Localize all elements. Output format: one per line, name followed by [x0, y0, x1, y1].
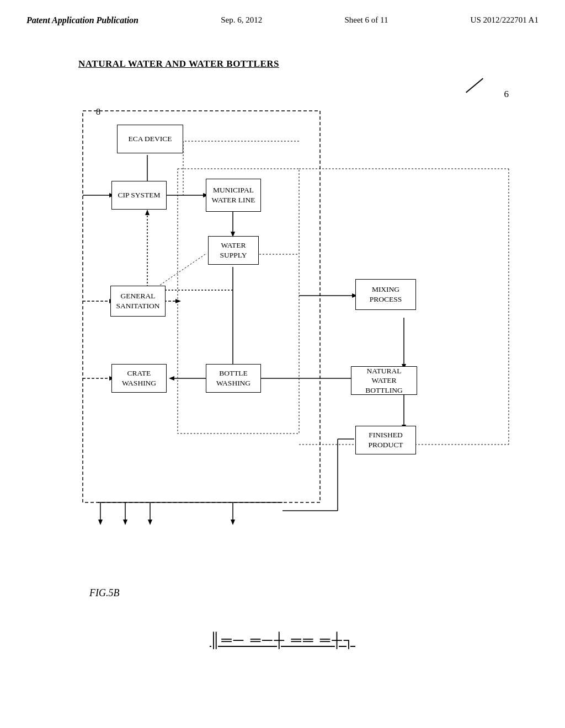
- fig-arrow: [466, 78, 483, 93]
- crate-washing-box: CRATE WASHING: [111, 364, 167, 393]
- municipal-water-box: MUNICIPAL WATER LINE: [206, 179, 261, 212]
- mixing-process-box: MIXING PROCESS: [355, 279, 416, 310]
- svg-marker-46: [175, 299, 181, 303]
- svg-marker-33: [231, 520, 235, 525]
- finished-product-box: FINISHED PRODUCT: [355, 426, 416, 454]
- cip-system-box: CIP SYSTEM: [111, 181, 167, 210]
- natural-bottling-box: NATURAL WATER BOTTLING: [351, 366, 417, 395]
- publication-label: Patent Application Publication: [26, 15, 138, 25]
- svg-marker-31: [148, 520, 152, 525]
- eca-device-box: ECA DEVICE: [117, 125, 183, 153]
- diagram-area: NATURAL WATER AND WATER BOTTLERS 6 8: [45, 58, 520, 665]
- date-label: Sep. 6, 2012: [221, 15, 262, 25]
- svg-marker-24: [145, 210, 150, 215]
- general-sanitation-box: GENERAL SANITATION: [110, 286, 166, 317]
- bottom-logo: ║═─ ═─┼ ══ ═┼┐: [210, 632, 355, 649]
- label-8: 8: [96, 107, 100, 117]
- page-header: Patent Application Publication Sep. 6, 2…: [0, 0, 565, 25]
- svg-marker-27: [98, 520, 103, 525]
- bottle-washing-box: BOTTLE WASHING: [206, 364, 261, 393]
- diagram-title: NATURAL WATER AND WATER BOTTLERS: [78, 58, 279, 69]
- patent-number: US 2012/222701 A1: [471, 15, 539, 25]
- sheet-label: Sheet 6 of 11: [344, 15, 388, 25]
- svg-marker-29: [123, 520, 127, 525]
- svg-marker-13: [169, 376, 174, 381]
- figure-label: FIG.5B: [89, 587, 119, 599]
- water-supply-box: WATER SUPPLY: [208, 236, 259, 265]
- fig-number: 6: [504, 89, 509, 100]
- diagram-svg: [45, 58, 520, 665]
